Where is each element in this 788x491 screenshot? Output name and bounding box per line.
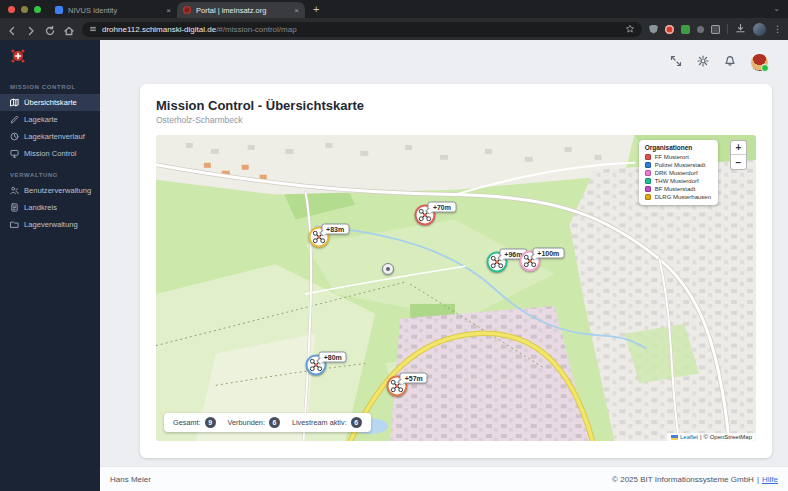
sidebar-item-label: Lagekartenverlauf (24, 132, 85, 141)
back-icon[interactable] (6, 23, 18, 35)
fullscreen-icon[interactable] (670, 53, 682, 71)
drone-marker[interactable]: +57m (387, 376, 408, 397)
browser-menu-icon[interactable]: ⋮ (773, 24, 782, 34)
pencil-icon (10, 115, 19, 124)
home-dot (386, 267, 390, 271)
page-title: Mission Control - Übersichtskarte (156, 98, 756, 113)
status-label: Livestream aktiv: (292, 418, 347, 427)
drone-status-bar: Gesamt:9Verbunden:6Livestream aktiv:6 (164, 413, 371, 432)
browser-profile-avatar[interactable] (753, 23, 766, 36)
footer-separator: | (757, 475, 759, 484)
home-icon[interactable] (63, 23, 75, 35)
zoom-out-button[interactable]: − (731, 155, 746, 169)
folder-icon (10, 220, 19, 229)
drone-marker[interactable]: +96m (486, 252, 507, 273)
new-tab-button[interactable]: + (305, 3, 327, 18)
home-marker[interactable] (382, 263, 394, 275)
legend-entry: DLRG Musterhausen (645, 194, 711, 200)
copyright-text: © 2025 BIT Informationssysteme GmbH (612, 475, 754, 484)
app-logo[interactable] (0, 40, 100, 74)
address-bar[interactable]: drohne112.schimanski-digital.de/#/missio… (82, 22, 642, 37)
drone-marker[interactable]: +70m (415, 204, 436, 225)
legend-entries: FF MusterortPolizei MusterstadtDRK Muste… (645, 154, 711, 200)
org-label: Polizei Musterstadt (655, 162, 706, 168)
status-label: Gesamt: (173, 418, 201, 427)
sidebar-section-mission-control: MISSION CONTROL (0, 74, 100, 94)
tab-strip: NIVUS Identity × Portal | imeinsatz.org … (0, 0, 788, 18)
sidebar-item-benutzerverwaltung[interactable]: Benutzerverwaltung (0, 182, 100, 199)
legend-title: Organisationen (645, 144, 711, 151)
app-header (100, 40, 788, 84)
extension-shield-icon[interactable] (649, 25, 658, 34)
document-icon (10, 203, 19, 212)
sidebar: MISSION CONTROL Übersichtskarte Lagekart… (0, 40, 100, 491)
status-item: Gesamt:9 (173, 417, 216, 428)
tab-title: NIVUS Identity (68, 6, 161, 15)
downloads-icon[interactable] (735, 20, 746, 38)
content-area: Mission Control - Übersichtskarte Osterh… (100, 84, 788, 466)
org-color-swatch (645, 186, 651, 192)
sidebar-item-label: Lagekarte (24, 115, 58, 124)
status-count-badge: 9 (205, 417, 216, 428)
sidebar-item-label: Benutzerverwaltung (24, 186, 91, 195)
monitor-icon (10, 149, 19, 158)
tab-favicon (183, 6, 191, 14)
forward-icon[interactable] (25, 23, 37, 35)
window-maximize-button[interactable] (34, 6, 41, 13)
sidebar-item-label: Mission Control (24, 149, 76, 158)
org-color-swatch (645, 162, 651, 168)
sidebar-item-label: Landkreis (24, 203, 57, 212)
sidebar-item-label: Übersichtskarte (24, 98, 77, 107)
tab-close-icon[interactable]: × (294, 6, 299, 15)
sidebar-item-landkreis[interactable]: Landkreis (0, 199, 100, 216)
sidebar-item-lagekartenverlauf[interactable]: Lagekartenverlauf (0, 128, 100, 145)
reload-icon[interactable] (44, 23, 56, 35)
tab-search-chevron-icon[interactable]: ⌄ (773, 4, 780, 13)
status-item: Verbunden:6 (228, 417, 280, 428)
sidebar-item-lagekarte[interactable]: Lagekarte (0, 111, 100, 128)
site-info-icon[interactable] (89, 25, 97, 33)
window-minimize-button[interactable] (21, 6, 28, 13)
drone-marker[interactable]: +80m (306, 355, 327, 376)
map-icon (10, 98, 19, 107)
tab-nivus-identity[interactable]: NIVUS Identity × (49, 2, 177, 18)
map: +83m+70m+96m+100m+80m+57m Organisationen… (156, 135, 756, 441)
extension-red-icon[interactable] (665, 25, 674, 34)
sidebar-item-lageverwaltung[interactable]: Lageverwaltung (0, 216, 100, 233)
status-count-badge: 6 (351, 417, 362, 428)
legend-entry: BF Musterstadt (645, 186, 711, 192)
drone-marker[interactable]: +100m (519, 251, 540, 272)
legend-entry: DRK Musterdorf (645, 170, 711, 176)
help-link[interactable]: Hilfe (762, 475, 778, 484)
tab-portal-imeinsatz[interactable]: Portal | imeinsatz.org × (177, 2, 305, 18)
leaflet-link[interactable]: Leaflet (680, 434, 698, 440)
org-color-swatch (645, 194, 651, 200)
logged-in-user: Hans Meier (110, 475, 151, 484)
user-avatar[interactable] (751, 54, 768, 71)
status-label: Verbunden: (228, 418, 265, 427)
mission-control-card: Mission Control - Übersichtskarte Osterh… (140, 84, 772, 458)
sidebar-item-mission-control[interactable]: Mission Control (0, 145, 100, 162)
organisations-legend: Organisationen FF MusterortPolizei Muste… (639, 140, 718, 205)
legend-entry: THW Musterdorf (645, 178, 711, 184)
settings-gear-icon[interactable] (697, 53, 709, 71)
drone-marker[interactable]: +83m (308, 227, 329, 248)
bookmark-star-icon[interactable] (625, 20, 635, 38)
extension-dot-icon[interactable] (697, 26, 704, 33)
altitude-label: +70m (428, 201, 456, 212)
extension-green-icon[interactable] (681, 25, 690, 34)
extension-square-icon[interactable] (711, 25, 720, 34)
notifications-bell-icon[interactable] (724, 53, 736, 71)
app-root: MISSION CONTROL Übersichtskarte Lagekart… (0, 40, 788, 491)
altitude-label: +80m (319, 352, 347, 363)
osm-link[interactable]: © OpenStreetMap (704, 434, 752, 440)
status-item: Livestream aktiv:6 (292, 417, 362, 428)
altitude-label: +83m (321, 224, 349, 235)
tab-close-icon[interactable]: × (166, 6, 171, 15)
org-label: DLRG Musterhausen (655, 194, 711, 200)
tab-title: Portal | imeinsatz.org (196, 6, 289, 15)
extension-icons: ⋮ (649, 20, 782, 38)
window-close-button[interactable] (8, 6, 15, 13)
sidebar-item-uebersichtskarte[interactable]: Übersichtskarte (0, 94, 100, 111)
zoom-in-button[interactable]: + (731, 141, 746, 155)
